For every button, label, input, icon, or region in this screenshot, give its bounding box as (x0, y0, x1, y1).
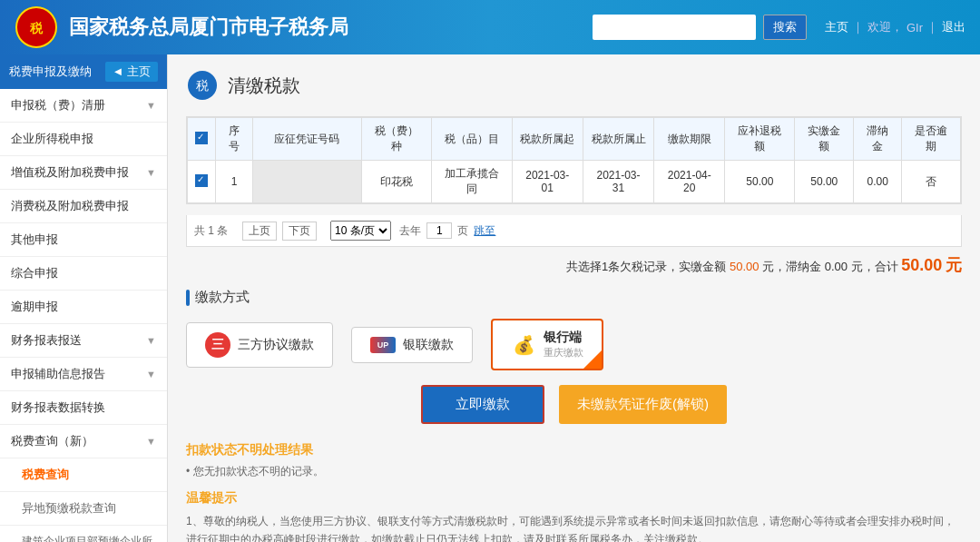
tips-section: 温馨提示 1、尊敬的纳税人，当您使用三方协议、银联支付等方式清缴税款时，可能遇到… (186, 490, 962, 542)
page-input[interactable] (426, 222, 452, 239)
sidebar-item-3[interactable]: 消费税及附加税费申报 (0, 190, 167, 223)
sidebar-item-label-4: 其他申报 (11, 232, 58, 248)
pay-now-button[interactable]: 立即缴款 (421, 385, 544, 424)
cell-paid: 50.00 (795, 161, 854, 203)
sidebar-top-bar: 税费申报及缴纳 ◄ 主页 (0, 54, 167, 89)
sidebar-item-label-11: 税费查询 (22, 467, 69, 483)
summary-mid: 元，滞纳金 (762, 260, 821, 273)
summary-paid: 50.00 (730, 260, 760, 273)
sidebar-item-label-8: 申报辅助信息报告 (11, 366, 105, 382)
nav-separator2: ｜ (926, 19, 938, 35)
sidebar-item-label-0: 申报税（费）清册 (11, 97, 105, 113)
cell-cert (252, 161, 361, 203)
sidebar-item-label-9: 财务报表数据转换 (11, 399, 105, 416)
nav-logout-link[interactable]: 退出 (942, 19, 965, 35)
col-header-seq: 序号 (216, 118, 253, 161)
cell-due: 50.00 (725, 161, 795, 203)
logo-icon: 税 (15, 5, 58, 49)
col-header-tax-type: 税（费）种 (361, 118, 431, 161)
sidebar-item-label-1: 企业所得税申报 (11, 131, 93, 147)
sidebar: 税费申报及缴纳 ◄ 主页 申报税（费）清册 ▼ 企业所得税申报 增值税及附加税费… (0, 54, 168, 542)
summary-row: 共选择1条欠税记录，实缴金额 50.00 元，滞纳金 0.00 元，合计 50.… (186, 254, 962, 276)
sidebar-item-9[interactable]: 财务报表数据转换 (0, 391, 167, 425)
sidebar-item-7[interactable]: 财务报表报送 ▼ (0, 324, 167, 358)
search-button[interactable]: 搜索 (763, 15, 807, 40)
sidebar-item-1[interactable]: 企业所得税申报 (0, 123, 167, 156)
sidebar-item-6[interactable]: 逾期申报 (0, 291, 167, 324)
sidebar-item-label-10: 税费查询（新） (11, 433, 93, 449)
cell-tax-type: 印花税 (361, 161, 431, 203)
unionpay-icon: UP (370, 337, 396, 353)
sidebar-item-label-13: 建筑企业项目部预缴企业所得税 (22, 534, 156, 542)
sidebar-home-btn[interactable]: ◄ 主页 (105, 62, 158, 82)
summary-currency: 元 (946, 256, 962, 274)
sidebar-tax-declare-btn[interactable]: 税费申报及缴纳 (9, 64, 92, 80)
sidebar-item-label-7: 财务报表报送 (11, 332, 82, 349)
select-all-checkbox[interactable] (195, 132, 208, 144)
sidebar-item-4[interactable]: 其他申报 (0, 223, 167, 257)
next-page-btn[interactable]: 下页 (282, 222, 317, 241)
warning-section: 扣款状态不明处理结果 • 您无扣款状态不明的记录。 (186, 442, 962, 479)
cell-deadline: 2021-04-20 (654, 161, 725, 203)
bank-icon: 💰 (511, 332, 536, 358)
payment-sanfang-btn[interactable]: 三 三方协议缴款 (186, 322, 333, 368)
sidebar-item-8[interactable]: 申报辅助信息报告 ▼ (0, 358, 167, 391)
table-row: 1 印花税 加工承揽合同 2021-03-01 2021-03-31 2021-… (188, 161, 961, 203)
sidebar-arrow-7: ▼ (146, 335, 156, 346)
sidebar-item-10[interactable]: 税费查询（新） ▼ (0, 425, 167, 458)
sidebar-arrow-8: ▼ (146, 369, 156, 379)
sidebar-item-0[interactable]: 申报税（费）清册 ▼ (0, 89, 167, 123)
col-header-due: 应补退税额 (725, 118, 795, 161)
col-header-deadline: 缴款期限 (654, 118, 725, 161)
header-right: 搜索 主页 ｜ 欢迎， GIr ｜ 退出 (593, 15, 965, 40)
sidebar-arrow-2: ▼ (146, 167, 156, 178)
selected-corner-mark (583, 350, 602, 369)
sanfang-label: 三方协议缴款 (238, 337, 314, 353)
sidebar-item-13[interactable]: 建筑企业项目部预缴企业所得税 (0, 526, 167, 542)
warning-item-0: • 您无扣款状态不明的记录。 (186, 464, 962, 479)
main-content: 税 清缴税款 序号 应征凭证号码 税（费）种 税（品）目 税款所属起 (168, 54, 980, 542)
sidebar-arrow-0: ▼ (146, 100, 156, 111)
col-header-overdue: 是否逾期 (902, 118, 961, 161)
col-header-period-end: 税款所属止 (583, 118, 653, 161)
col-header-paid: 实缴金额 (795, 118, 854, 161)
svg-text:税: 税 (196, 78, 209, 93)
header-nav: 主页 ｜ 欢迎， GIr ｜ 退出 (825, 19, 965, 35)
action-buttons: 立即缴款 未缴款凭证作废(解锁) (186, 385, 962, 424)
col-header-period-start: 税款所属起 (512, 118, 583, 161)
sidebar-item-12[interactable]: 异地预缴税款查询 (0, 492, 167, 526)
no-pay-button[interactable]: 未缴款凭证作废(解锁) (559, 385, 727, 424)
payment-unionpay-btn[interactable]: UP 银联缴款 (351, 327, 473, 363)
page-title-row: 税 清缴税款 (186, 69, 962, 102)
tips-item-0: 1、尊敬的纳税人，当您使用三方协议、银联支付等方式清缴税款时，可能遇到系统提示异… (186, 512, 962, 542)
sanfang-icon: 三 (205, 332, 230, 358)
summary-total: 50.00 (901, 256, 942, 274)
sidebar-item-2[interactable]: 增值税及附加税费申报 ▼ (0, 156, 167, 190)
sidebar-item-label-5: 综合申报 (11, 265, 58, 281)
payment-bank-btn[interactable]: 💰 银行端 重庆缴款 (491, 319, 603, 370)
sidebar-item-label-3: 消费税及附加税费申报 (11, 198, 129, 214)
nav-home-link[interactable]: 主页 (825, 19, 848, 35)
site-title: 国家税务总局厦门市电子税务局 (69, 14, 593, 41)
col-header-cert: 应征凭证号码 (252, 118, 361, 161)
sidebar-item-label-2: 增值税及附加税费申报 (11, 164, 129, 181)
pagination-total: 共 1 条 (194, 223, 228, 239)
summary-suffix: 元，合计 (851, 260, 898, 273)
page-size-select[interactable]: 10 条/页 20 条/页 50 条/页 (330, 221, 391, 241)
search-input[interactable] (593, 15, 756, 40)
go-page-link[interactable]: 跳至 (474, 223, 495, 239)
sidebar-item-5[interactable]: 综合申报 (0, 257, 167, 291)
payment-methods: 三 三方协议缴款 UP 银联缴款 💰 银行端 重庆缴款 (186, 319, 962, 370)
row-select-checkbox[interactable] (195, 174, 208, 187)
warning-title: 扣款状态不明处理结果 (186, 442, 962, 458)
prev-page-btn[interactable]: 上页 (242, 222, 277, 241)
nav-username: GIr (906, 21, 923, 34)
summary-fine: 0.00 (825, 260, 848, 273)
page-layout: 税费申报及缴纳 ◄ 主页 申报税（费）清册 ▼ 企业所得税申报 增值税及附加税费… (0, 54, 980, 542)
payment-section-title: 缴款方式 (186, 289, 962, 306)
sidebar-item-11[interactable]: 税费查询 (0, 458, 167, 492)
cell-tax-item: 加工承揽合同 (431, 161, 512, 203)
col-header-checkbox (188, 118, 216, 161)
cell-fine: 0.00 (854, 161, 902, 203)
svg-text:税: 税 (29, 21, 44, 35)
